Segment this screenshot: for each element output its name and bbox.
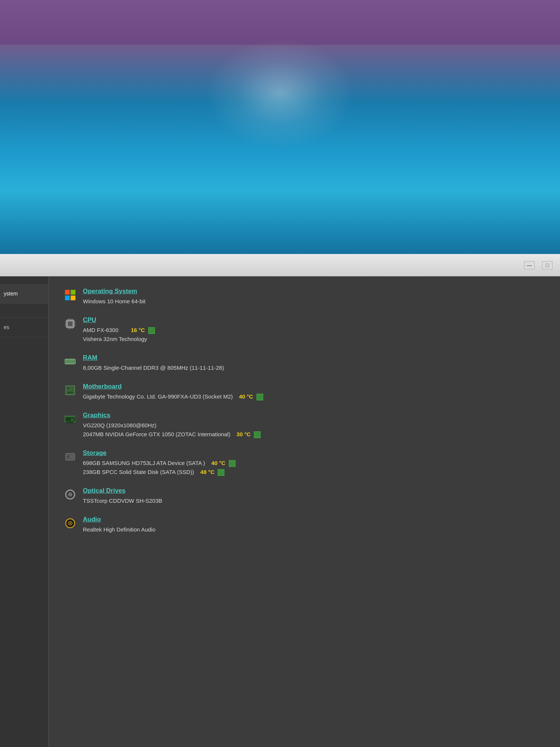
svg-rect-26 [69, 363, 71, 365]
audio-value: Realtek High Definition Audio [83, 525, 545, 534]
sidebar-item-2[interactable] [0, 304, 48, 317]
storage-disk1-temp-icon [229, 460, 236, 467]
storage-icon [63, 450, 77, 464]
svg-rect-43 [70, 456, 74, 457]
minimize-button[interactable]: — [524, 261, 535, 269]
svg-rect-38 [66, 422, 74, 423]
window-titlebar: — □ [0, 254, 560, 276]
motherboard-value: Gigabyte Technology Co. Ltd. GA-990FXA-U… [83, 392, 545, 401]
graphics-temp-icon [254, 431, 261, 438]
ram-body: RAM 8,00GB Single-Channel DDR3 @ 805MHz … [83, 354, 545, 372]
optical-icon [63, 488, 77, 501]
desktop-wallpaper [0, 0, 560, 254]
svg-rect-33 [67, 391, 74, 394]
graphics-body: Graphics VG220Q (1920x1080@60Hz) 2047MB … [83, 412, 545, 439]
svg-rect-0 [65, 290, 70, 295]
svg-rect-44 [70, 458, 74, 458]
svg-rect-5 [68, 322, 72, 326]
svg-rect-42 [70, 455, 74, 456]
sidebar: ystem es [0, 276, 49, 747]
main-content: Operating System Windows 10 Home 64-bit [49, 276, 560, 747]
cpu-title: CPU [83, 316, 545, 324]
cpu-section: CPU AMD FX-6300 16 °C Vishera 32nm Techn… [63, 316, 545, 344]
audio-section: Audio Realtek High Definition Audio [63, 516, 545, 534]
ram-section: RAM 8,00GB Single-Channel DDR3 @ 805MHz … [63, 354, 545, 372]
storage-disk2-temp-icon [218, 469, 224, 476]
storage-title: Storage [83, 449, 545, 457]
os-body: Operating System Windows 10 Home 64-bit [83, 288, 545, 306]
storage-disk2-temp: 48 °C [200, 469, 215, 475]
storage-disk1-temp: 40 °C [211, 460, 225, 466]
audio-title: Audio [83, 516, 545, 523]
graphics-value: VG220Q (1920x1080@60Hz) 2047MB NVIDIA Ge… [83, 421, 545, 439]
cpu-body: CPU AMD FX-6300 16 °C Vishera 32nm Techn… [83, 316, 545, 344]
svg-rect-25 [68, 363, 69, 365]
storage-section: Storage 698GB SAMSUNG HD753LJ ATA Device… [63, 449, 545, 477]
svg-rect-21 [69, 359, 71, 360]
app-container: ystem es Operating System Windows 10 Hom… [0, 276, 560, 747]
graphics-icon [63, 412, 77, 426]
svg-rect-20 [68, 359, 69, 360]
cpu-temp: 16 °C [131, 327, 145, 333]
graphics-temp: 30 °C [237, 431, 251, 437]
motherboard-icon [63, 384, 77, 397]
svg-rect-30 [67, 387, 70, 390]
svg-point-41 [68, 456, 69, 458]
svg-rect-27 [71, 363, 72, 365]
svg-rect-32 [71, 389, 74, 391]
cpu-temp-icon [148, 327, 155, 334]
os-value: Windows 10 Home 64-bit [83, 297, 545, 306]
audio-icon [63, 517, 77, 530]
audio-body: Audio Realtek High Definition Audio [83, 516, 545, 534]
svg-rect-3 [71, 295, 75, 300]
os-title: Operating System [83, 288, 545, 295]
maximize-button[interactable]: □ [542, 261, 553, 269]
svg-rect-22 [71, 359, 72, 360]
svg-point-47 [70, 494, 71, 495]
graphics-title: Graphics [83, 412, 545, 419]
svg-rect-28 [73, 363, 74, 365]
cpu-icon [63, 317, 77, 331]
sidebar-item-system[interactable]: ystem [0, 284, 48, 304]
svg-rect-1 [71, 290, 75, 295]
svg-rect-23 [73, 359, 74, 360]
sidebar-item-3[interactable]: es [0, 317, 48, 337]
optical-title: Optical Drives [83, 487, 545, 495]
os-section: Operating System Windows 10 Home 64-bit [63, 288, 545, 306]
motherboard-section: Motherboard Gigabyte Technology Co. Ltd.… [63, 383, 545, 401]
optical-section: Optical Drives TSSTcorp CDDVDW SH-S203B [63, 487, 545, 505]
graphics-section: Graphics VG220Q (1920x1080@60Hz) 2047MB … [63, 412, 545, 439]
svg-rect-35 [66, 417, 71, 421]
svg-rect-36 [72, 417, 73, 419]
svg-rect-31 [71, 387, 74, 388]
svg-point-50 [69, 523, 71, 524]
os-icon [63, 288, 77, 302]
motherboard-temp: 40 °C [239, 393, 253, 400]
storage-body: Storage 698GB SAMSUNG HD753LJ ATA Device… [83, 449, 545, 477]
optical-body: Optical Drives TSSTcorp CDDVDW SH-S203B [83, 487, 545, 505]
storage-value: 698GB SAMSUNG HD753LJ ATA Device (SATA )… [83, 459, 545, 477]
svg-rect-24 [66, 363, 67, 365]
ram-icon [63, 355, 77, 368]
motherboard-body: Motherboard Gigabyte Technology Co. Ltd.… [83, 383, 545, 401]
optical-value: TSSTcorp CDDVDW SH-S203B [83, 496, 545, 505]
motherboard-title: Motherboard [83, 383, 545, 390]
ram-value: 8,00GB Single-Channel DDR3 @ 805MHz (11-… [83, 363, 545, 372]
svg-rect-19 [66, 359, 67, 360]
svg-rect-37 [74, 417, 75, 421]
ram-title: RAM [83, 354, 545, 362]
motherboard-temp-icon [256, 394, 263, 400]
svg-rect-2 [65, 295, 70, 300]
cpu-value: AMD FX-6300 16 °C Vishera 32nm Technolog… [83, 326, 545, 344]
